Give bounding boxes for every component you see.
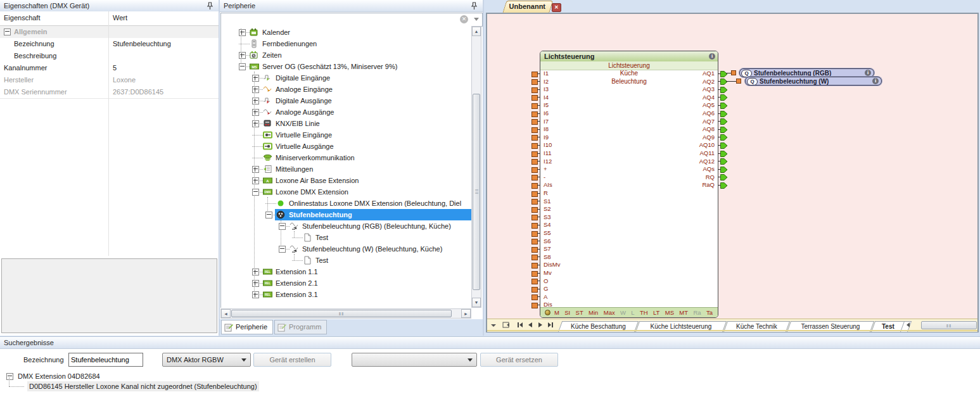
tree-horizontal-scrollbar[interactable]: ◄ ‖‖ ► bbox=[220, 308, 471, 319]
input-connector-icon[interactable] bbox=[531, 287, 540, 292]
output-connector-icon[interactable] bbox=[718, 151, 727, 157]
input-connector-icon[interactable] bbox=[531, 103, 540, 108]
input-connector-icon[interactable] bbox=[531, 143, 540, 148]
tree-item[interactable]: Digitale Eingänge bbox=[221, 72, 472, 84]
tree-expander[interactable] bbox=[252, 120, 259, 127]
scroll-right-button[interactable]: ► bbox=[461, 309, 471, 318]
block-param-Min[interactable]: Min bbox=[589, 308, 598, 317]
block-param-TH[interactable]: TH bbox=[640, 308, 648, 317]
block-param-W[interactable]: W bbox=[620, 308, 626, 317]
property-row[interactable]: DMX Seriennummer2637:D0D86145 bbox=[0, 86, 219, 99]
tree-expander[interactable] bbox=[252, 177, 259, 184]
tree-item[interactable]: Miniserverkommunikation bbox=[221, 152, 472, 163]
pages-menu-icon[interactable] bbox=[490, 321, 499, 330]
input-connector-icon[interactable] bbox=[531, 215, 540, 220]
tree-item[interactable]: ALoxone Air Base Extension bbox=[221, 175, 472, 186]
tree-item[interactable]: Digitale Ausgänge bbox=[221, 95, 472, 106]
vertical-scroll-thumb[interactable]: ‖‖ bbox=[473, 94, 480, 290]
input-connector-icon[interactable] bbox=[531, 231, 540, 236]
output-connector-icon[interactable] bbox=[718, 167, 727, 173]
tree-expander[interactable] bbox=[6, 373, 13, 380]
tree-item[interactable]: RELExtension 2.1 bbox=[221, 277, 472, 289]
tree-item[interactable]: Kalender bbox=[221, 27, 472, 38]
tree-item[interactable]: Virtuelle Eingänge bbox=[221, 129, 472, 141]
input-connector-icon[interactable] bbox=[531, 87, 540, 92]
connection-wire[interactable] bbox=[726, 81, 736, 82]
output-connector-icon[interactable] bbox=[718, 134, 727, 141]
block-param-Ta[interactable]: Ta bbox=[706, 308, 713, 317]
block-title-bar[interactable]: Lichtsteuerung i bbox=[540, 51, 718, 62]
block-param-MS[interactable]: MS bbox=[665, 308, 674, 317]
canvas-horizontal-scroll-thumb[interactable]: ‖‖ bbox=[921, 321, 977, 329]
input-connector-icon[interactable] bbox=[531, 95, 540, 100]
input-connector-icon[interactable] bbox=[531, 151, 540, 156]
tree-item[interactable]: Fernbedienungen bbox=[221, 38, 472, 49]
show-all-pages-icon[interactable] bbox=[502, 321, 512, 330]
input-connector-icon[interactable] bbox=[531, 79, 540, 84]
tab-scroll-left-icon[interactable] bbox=[905, 322, 915, 331]
block-param-LT[interactable]: LT bbox=[653, 308, 659, 317]
tree-item[interactable]: Test bbox=[221, 232, 472, 243]
input-connector-icon[interactable] bbox=[531, 279, 540, 284]
periphery-search-box[interactable]: ✕ bbox=[220, 13, 483, 27]
next-page-icon[interactable] bbox=[537, 321, 546, 330]
output-connector-icon[interactable] bbox=[718, 127, 727, 133]
tree-item[interactable]: Zeiten bbox=[221, 49, 472, 61]
input-connector-icon[interactable] bbox=[531, 167, 540, 172]
input-connector-icon[interactable] bbox=[531, 255, 540, 260]
tree-expander[interactable] bbox=[279, 223, 286, 230]
pill-info-icon[interactable]: i bbox=[865, 70, 871, 76]
block-param-SI[interactable]: SI bbox=[564, 308, 570, 317]
tree-expander[interactable] bbox=[239, 63, 246, 70]
horizontal-scroll-thumb[interactable]: ‖‖ bbox=[231, 310, 452, 317]
input-connector-icon[interactable] bbox=[531, 111, 540, 117]
tree-expander[interactable] bbox=[279, 246, 286, 253]
block-parameter-bar[interactable]: MSISTMinMaxWLTHLTMSMTRaTa bbox=[540, 307, 718, 317]
input-connector-icon[interactable] bbox=[531, 303, 540, 308]
search-result-row[interactable]: DMX Extension 04D82684 bbox=[0, 371, 980, 381]
tree-expander[interactable] bbox=[252, 189, 259, 196]
device-type-dropdown[interactable]: DMX Aktor RGBW bbox=[162, 353, 251, 367]
scroll-left-button[interactable]: ◄ bbox=[221, 309, 231, 318]
tree-item[interactable]: RELExtension 1.1 bbox=[221, 266, 472, 277]
bezeichnung-input[interactable] bbox=[68, 353, 143, 367]
search-result-row[interactable]: D0D86145 Hersteller Loxone Kanal nicht z… bbox=[0, 381, 980, 391]
input-connector-icon[interactable] bbox=[531, 271, 540, 276]
input-connector-icon[interactable] bbox=[531, 159, 540, 164]
function-block-lichtsteuerung[interactable]: Lichtsteuerung i Lichtsteuerung I1I2I3I4… bbox=[540, 51, 718, 318]
column-header-wert[interactable]: Wert bbox=[113, 14, 127, 22]
tree-item[interactable]: MSServer OG (Geschätzt 13%, Miniserver 9… bbox=[221, 61, 472, 72]
property-row[interactable]: Kanalnummer5 bbox=[0, 62, 219, 75]
document-close-icon[interactable]: ✕ bbox=[552, 3, 561, 12]
document-tab-unbenannt[interactable]: Unbenannt ✕ bbox=[502, 1, 553, 13]
block-param-Max[interactable]: Max bbox=[604, 308, 615, 317]
output-connector-icon[interactable] bbox=[718, 118, 727, 125]
input-connector-icon[interactable] bbox=[531, 127, 540, 132]
property-row[interactable]: BezeichnungStufenbeleuchtung bbox=[0, 38, 219, 51]
scroll-down-button[interactable]: ▼ bbox=[472, 298, 481, 307]
tree-expander[interactable] bbox=[265, 212, 272, 218]
tree-vertical-scrollbar[interactable]: ▲ ‖‖ ▼ bbox=[471, 26, 481, 308]
replace-device-button[interactable]: Gerät ersetzen bbox=[480, 353, 558, 367]
tree-item[interactable]: Analoge Ausgänge bbox=[221, 106, 472, 118]
tree-item[interactable]: RELExtension 3.1 bbox=[221, 289, 472, 300]
output-connector-icon[interactable] bbox=[718, 79, 727, 85]
create-device-button[interactable]: Gerät erstellen bbox=[253, 353, 331, 367]
tree-expander[interactable] bbox=[252, 86, 259, 93]
tree-item[interactable]: KNX/EIB Linie bbox=[221, 118, 472, 129]
pill-info-icon[interactable]: i bbox=[872, 78, 879, 84]
input-connector-icon[interactable] bbox=[531, 239, 540, 244]
output-connector-icon[interactable] bbox=[718, 71, 727, 77]
tree-item[interactable]: Virtuelle Ausgänge bbox=[221, 141, 472, 152]
input-connector-icon[interactable] bbox=[531, 207, 540, 212]
input-connector-icon[interactable] bbox=[531, 223, 540, 228]
input-connector-icon[interactable] bbox=[531, 199, 540, 204]
tree-item[interactable]: Analoge Eingänge bbox=[221, 84, 472, 95]
input-connector-icon[interactable] bbox=[531, 183, 540, 188]
property-group-allgemein[interactable]: Allgemein bbox=[0, 26, 219, 39]
output-connector-icon[interactable] bbox=[718, 174, 727, 180]
tree-expander[interactable] bbox=[252, 291, 259, 298]
input-connector-icon[interactable] bbox=[531, 175, 540, 180]
last-page-icon[interactable] bbox=[547, 321, 556, 330]
input-connector-icon[interactable] bbox=[531, 263, 540, 268]
